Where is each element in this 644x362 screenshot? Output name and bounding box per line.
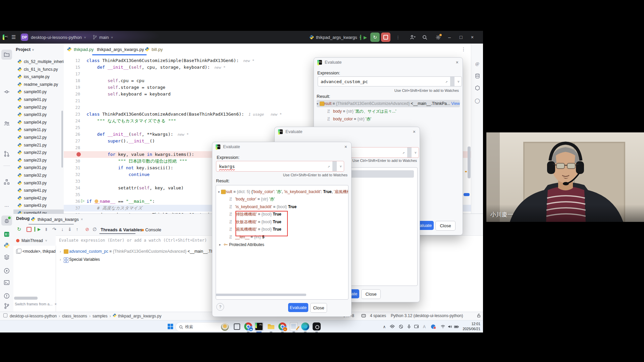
search-everywhere-icon[interactable] (422, 31, 428, 44)
sidebar-item-version-control[interactable] (1, 301, 12, 311)
copilot-icon[interactable] (361, 313, 366, 319)
branch-selector[interactable]: main∨ (93, 31, 113, 44)
project-tree-scrollbar[interactable] (61, 111, 63, 168)
tab-options-icon[interactable]: ⋮ (461, 47, 466, 52)
result-tree-row[interactable]: ▸Protected Attributes (218, 241, 348, 248)
breadcrumb-item[interactable]: thikpad_args_kwargs.py (113, 313, 161, 318)
window-close-button[interactable]: × (471, 31, 481, 44)
tree-expand-icon[interactable]: › (58, 250, 62, 253)
dialog-close-icon[interactable]: × (344, 144, 347, 149)
tree-file-item[interactable]: sample41.py (17, 187, 47, 194)
sidebar-item-problems[interactable] (1, 291, 12, 301)
tree-file-item[interactable]: sample33.py (17, 179, 47, 187)
chrome-profile2-icon[interactable]: k (278, 322, 287, 331)
history-chevron-icon[interactable]: ∨ (412, 151, 419, 154)
step-over-button[interactable]: ↷ (51, 226, 58, 233)
tree-file-item[interactable]: sample00.py (17, 88, 47, 96)
tree-file-item[interactable]: sample01.py (17, 96, 47, 103)
tab-thikpad_args_kwargs-py[interactable]: thikpad_args_kwargs.py× (92, 44, 147, 55)
result-tree-row[interactable]: ▾result = {ThinkPadX13Gen6CustomizeAdvan… (317, 100, 460, 107)
rerun-debug-button[interactable]: ↻ (16, 226, 22, 233)
taskbar-clock[interactable]: 12:01 2025/06/21 (463, 321, 480, 331)
gradle-icon[interactable]: ◯ (474, 97, 481, 104)
sidebar-item-python-packages[interactable] (1, 240, 12, 250)
tray-expand-icon[interactable]: ∧ (382, 324, 387, 329)
history-chevron-icon[interactable]: ∨ (455, 80, 462, 83)
debug-more-icon[interactable]: ⋮ (99, 226, 105, 233)
history-chevron-icon[interactable]: ∨ (337, 165, 344, 168)
task-view-button[interactable] (232, 322, 241, 331)
tree-expand-icon[interactable]: › (58, 258, 62, 261)
breadcrumb-item[interactable]: samples (93, 314, 108, 318)
settings-gear-icon[interactable] (435, 31, 441, 44)
main-menu-icon[interactable]: ☰ (11, 31, 16, 44)
window-minimize-button[interactable]: – (448, 31, 458, 44)
expression-input[interactable]: advanced_custom_pc ↗∨ (318, 76, 462, 86)
taskbar-search[interactable]: 検索 (175, 322, 230, 332)
tree-file-item[interactable]: sample11.py (17, 126, 46, 133)
sidebar-item-terminal[interactable] (1, 278, 12, 288)
result-tree-row[interactable]: 1001'is_keyboard_backlit' = {bool} True (218, 203, 348, 210)
more-actions-icon[interactable]: ⋮ (396, 31, 400, 44)
sidebar-item-project[interactable] (1, 50, 12, 60)
breadcrumbs[interactable]: desktop-ui-lessons-python›class_lessons›… (3, 313, 163, 318)
tree-file-item[interactable]: ios_sample.py (17, 73, 50, 80)
close-button[interactable]: Close (361, 289, 381, 299)
force-step-into-button[interactable]: ⇓ (66, 226, 73, 233)
database-icon[interactable] (474, 72, 481, 79)
resume-program-icon[interactable]: ▎▶ (360, 31, 367, 44)
edge-icon[interactable] (301, 322, 310, 331)
dropbox-icon[interactable] (389, 324, 395, 329)
wifi-icon[interactable] (440, 324, 446, 329)
antenna-icon[interactable]: A (422, 324, 427, 329)
project-panel-header[interactable]: Project ∨ (16, 47, 34, 52)
tree-file-item[interactable]: sample31.py (17, 164, 47, 171)
help-button[interactable]: ? (216, 303, 224, 311)
frame-row[interactable]: <module>, thikpad (16, 249, 56, 254)
tree-file-item[interactable]: readme_sample.py (17, 81, 58, 88)
dialog-close-icon[interactable]: × (413, 129, 416, 134)
microphone-icon[interactable] (406, 324, 412, 329)
stop-button[interactable] (381, 33, 390, 42)
debug-session-tab[interactable]: thikpad_args_kwargs × (31, 215, 83, 223)
tree-expand-icon[interactable]: ▾ (218, 190, 220, 194)
pause-button[interactable]: ‖ (43, 226, 50, 233)
view-breakpoints-button[interactable]: ⊘ (84, 226, 91, 233)
result-hscrollbar[interactable] (216, 294, 306, 296)
evaluate-button[interactable]: Evaluate (288, 303, 308, 312)
tab-bill-py[interactable]: bill.py (142, 44, 168, 55)
sidebar-item-debug[interactable] (1, 216, 12, 226)
result-tree-row[interactable]: ▾result = {dict: 5} {'body_color': '赤', … (218, 188, 348, 195)
ai-assistant-icon[interactable]: @ (474, 60, 481, 67)
result-tree-row[interactable]: 1001body_color = {str} '赤' (317, 115, 460, 123)
rerun-debug-button[interactable]: ↻ (370, 33, 380, 42)
thread-selector[interactable]: MainThread∨ (13, 235, 58, 246)
tree-file-item[interactable]: sample12.py (17, 134, 47, 141)
debug-session-close-icon[interactable]: × (81, 217, 83, 221)
tree-file-item[interactable]: sample32.py (17, 172, 47, 179)
tab-console[interactable]: Console (142, 227, 161, 232)
readonly-lock-icon[interactable] (476, 313, 481, 319)
tree-expand-icon[interactable]: ▾ (317, 102, 318, 106)
expand-icon[interactable]: ↗ (400, 150, 407, 155)
tab-thikpad-py[interactable]: thikpad.py (64, 44, 97, 55)
tree-file-item[interactable]: sample03.py (17, 111, 47, 118)
result-tree-row[interactable]: 1001'body_color' = {str} '赤' (218, 196, 348, 203)
tree-file-item[interactable]: sample23.py (17, 157, 47, 164)
tooltip-close-icon[interactable]: × (55, 302, 57, 306)
step-into-button[interactable]: ↓ (59, 226, 66, 233)
tree-file-item[interactable]: sample04.py (17, 119, 47, 126)
breakpoint-dot[interactable] (76, 152, 81, 157)
run-config-selector[interactable]: thikpad_args_kwargs∨ (309, 31, 362, 44)
close-button[interactable]: Close (310, 303, 327, 313)
dependencies-icon[interactable] (474, 84, 481, 91)
step-out-button[interactable]: ↑ (74, 226, 80, 233)
result-tree[interactable]: ▾result = {dict: 5} {'body_color': '赤', … (216, 185, 348, 300)
screen-cast-icon[interactable] (413, 324, 419, 329)
close-button[interactable]: Close (435, 221, 455, 231)
sidebar-item-contributors[interactable] (1, 119, 12, 129)
notepad-icon[interactable] (289, 322, 299, 331)
chrome-profile1-icon[interactable]: ☁ (244, 322, 253, 331)
dev-app-icon[interactable] (312, 322, 321, 331)
volume-icon[interactable] (447, 324, 453, 329)
